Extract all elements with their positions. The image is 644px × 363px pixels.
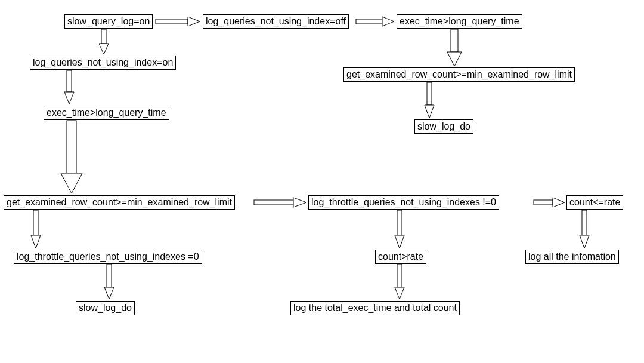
svg-rect-4 xyxy=(67,70,72,92)
flowchart-arrows xyxy=(0,0,644,363)
svg-rect-7 xyxy=(254,200,293,205)
svg-rect-3 xyxy=(451,29,458,52)
svg-rect-12 xyxy=(107,264,112,287)
svg-rect-6 xyxy=(67,121,76,173)
svg-rect-10 xyxy=(397,210,402,235)
svg-rect-1 xyxy=(356,19,382,24)
svg-rect-11 xyxy=(582,210,587,235)
svg-rect-2 xyxy=(101,29,106,44)
svg-rect-5 xyxy=(427,82,432,105)
svg-rect-9 xyxy=(33,210,38,235)
svg-rect-8 xyxy=(534,200,553,205)
svg-rect-13 xyxy=(397,264,402,287)
svg-rect-0 xyxy=(156,19,188,24)
